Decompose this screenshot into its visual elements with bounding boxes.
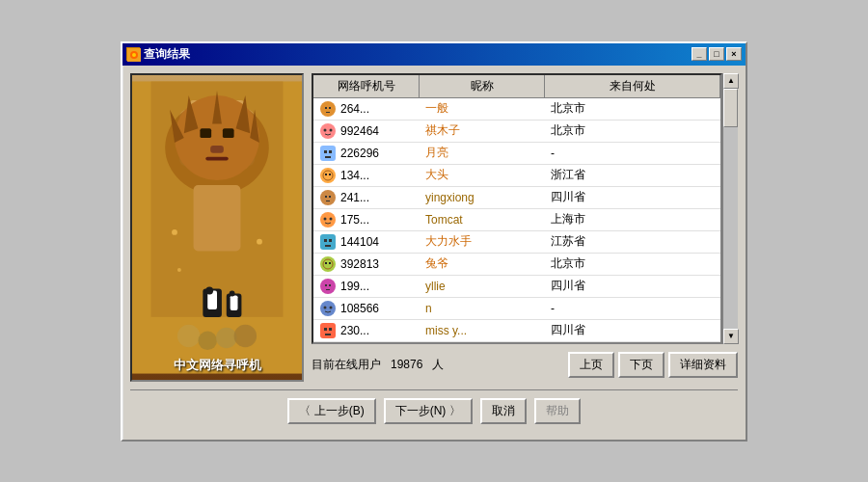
svg-rect-39 bbox=[320, 146, 336, 161]
maximize-button[interactable]: □ bbox=[709, 47, 724, 61]
minimize-button[interactable]: _ bbox=[692, 47, 707, 61]
cell-location: 北京市 bbox=[545, 254, 720, 274]
scrollbar-thumb[interactable] bbox=[723, 89, 738, 127]
svg-point-2 bbox=[132, 53, 136, 57]
cell-location: 江苏省 bbox=[545, 231, 720, 252]
cell-nickname: 兔爷 bbox=[420, 254, 545, 274]
svg-rect-45 bbox=[325, 174, 327, 175]
forward-button[interactable]: 下一步(N) 〉 bbox=[384, 398, 473, 424]
svg-rect-10 bbox=[223, 128, 234, 138]
scroll-up-button[interactable]: ▲ bbox=[723, 73, 739, 89]
scroll-down-button[interactable]: ▼ bbox=[723, 329, 739, 344]
avatar-icon bbox=[319, 211, 337, 228]
avatar-icon bbox=[319, 278, 337, 295]
prev-page-button[interactable]: 上页 bbox=[568, 352, 614, 378]
table-header: 网络呼机号 昵称 来自何处 bbox=[313, 75, 720, 98]
svg-rect-57 bbox=[325, 245, 331, 247]
table-row[interactable]: 241... yingxiong 四川省 bbox=[313, 187, 720, 209]
next-page-button[interactable]: 下页 bbox=[618, 352, 665, 378]
cell-nickname: 祺木子 bbox=[420, 120, 545, 141]
svg-point-31 bbox=[177, 268, 181, 272]
cell-location: 浙江省 bbox=[545, 165, 720, 185]
table-row[interactable]: 175... Tomcat 上海市 bbox=[313, 209, 720, 231]
table-body[interactable]: 264... 一般 北京市 992464 祺木子 北京市 226296 月亮 -… bbox=[313, 98, 720, 342]
cell-nickname: 月亮 bbox=[420, 143, 545, 163]
cell-id: 226296 bbox=[313, 143, 420, 164]
svg-point-51 bbox=[320, 212, 336, 228]
svg-rect-69 bbox=[320, 323, 336, 338]
svg-rect-42 bbox=[325, 156, 331, 158]
cell-location: - bbox=[545, 300, 720, 317]
table-row[interactable]: 992464 祺木子 北京市 bbox=[313, 120, 720, 143]
svg-point-53 bbox=[330, 217, 333, 220]
cell-nickname: miss y... bbox=[420, 322, 545, 339]
svg-point-32 bbox=[320, 101, 336, 117]
cell-nickname: 大头 bbox=[420, 165, 545, 185]
svg-point-52 bbox=[324, 217, 327, 220]
title-bar-left: 查询结果 bbox=[126, 46, 190, 63]
cell-nickname: yllie bbox=[420, 278, 545, 295]
cell-location: 四川省 bbox=[545, 320, 720, 340]
svg-point-67 bbox=[324, 306, 327, 308]
avatar-icon bbox=[319, 145, 337, 162]
scrollbar[interactable]: ▲ ▼ bbox=[722, 73, 738, 344]
cell-location: 四川省 bbox=[545, 187, 720, 207]
cell-id: 264... bbox=[313, 98, 420, 120]
svg-rect-65 bbox=[326, 289, 330, 290]
table-row[interactable]: 230... miss y... 四川省 bbox=[313, 320, 720, 342]
svg-rect-61 bbox=[329, 262, 331, 264]
col-header-id: 网络呼机号 bbox=[313, 75, 420, 97]
svg-rect-41 bbox=[329, 150, 332, 153]
col-header-location: 来自何处 bbox=[545, 75, 720, 97]
status-text: 目前在线用户 19876 人 bbox=[312, 357, 444, 373]
main-window: 查询结果 _ □ × bbox=[121, 41, 747, 442]
window-title: 查询结果 bbox=[144, 46, 190, 63]
cell-location: 北京市 bbox=[545, 120, 720, 141]
scrollbar-track[interactable] bbox=[723, 89, 738, 329]
svg-point-25 bbox=[177, 324, 200, 346]
table-row[interactable]: 108566 n - bbox=[313, 298, 720, 320]
right-panel: 网络呼机号 昵称 来自何处 264... 一般 北京市 992464 祺木子 北… bbox=[312, 73, 738, 382]
table-row[interactable]: 226296 月亮 - bbox=[313, 143, 720, 165]
avatar-icon bbox=[319, 122, 337, 140]
table-row[interactable]: 199... yllie 四川省 bbox=[313, 276, 720, 298]
cell-location: - bbox=[545, 145, 720, 162]
svg-rect-23 bbox=[231, 295, 238, 310]
svg-point-30 bbox=[257, 238, 262, 244]
svg-rect-33 bbox=[325, 107, 327, 109]
cell-location: 北京市 bbox=[545, 98, 720, 119]
table-row[interactable]: 392813 兔爷 北京市 bbox=[313, 254, 720, 276]
svg-rect-72 bbox=[325, 334, 331, 335]
cell-location: 上海市 bbox=[545, 209, 720, 229]
avatar-icon bbox=[319, 233, 337, 251]
svg-point-37 bbox=[324, 128, 327, 131]
left-panel-label: 中文网络寻呼机 bbox=[174, 357, 261, 374]
table-row[interactable]: 264... 一般 北京市 bbox=[313, 98, 720, 120]
content-area: 中文网络寻呼机 网络呼机号 昵称 来自何处 bbox=[130, 73, 738, 382]
avatar-icon bbox=[319, 255, 337, 273]
svg-point-36 bbox=[320, 123, 336, 139]
svg-point-26 bbox=[198, 331, 217, 350]
cancel-button[interactable]: 取消 bbox=[480, 398, 527, 424]
cell-nickname: yingxiong bbox=[420, 189, 545, 206]
table-row[interactable]: 134... 大头 浙江省 bbox=[313, 165, 720, 187]
svg-point-38 bbox=[330, 128, 333, 131]
svg-rect-40 bbox=[324, 150, 327, 153]
svg-point-28 bbox=[234, 324, 257, 346]
svg-rect-12 bbox=[205, 156, 228, 160]
svg-rect-49 bbox=[329, 196, 331, 198]
cell-id: 134... bbox=[313, 165, 420, 186]
svg-rect-11 bbox=[210, 145, 224, 152]
details-button[interactable]: 详细资料 bbox=[668, 352, 738, 378]
svg-rect-64 bbox=[329, 284, 331, 286]
back-button[interactable]: 〈 上一步(B) bbox=[287, 398, 375, 424]
table-container: 网络呼机号 昵称 来自何处 264... 一般 北京市 992464 祺木子 北… bbox=[312, 73, 722, 344]
col-header-nickname: 昵称 bbox=[420, 75, 545, 97]
pagination-buttons: 上页 下页 详细资料 bbox=[568, 352, 738, 378]
cell-id: 992464 bbox=[313, 120, 420, 142]
close-button[interactable]: × bbox=[726, 47, 742, 61]
table-row[interactable]: 144104 大力水手 江苏省 bbox=[313, 231, 720, 254]
status-bar: 目前在线用户 19876 人 上页 下页 详细资料 bbox=[312, 348, 738, 382]
svg-rect-55 bbox=[324, 239, 327, 242]
help-button[interactable]: 帮助 bbox=[534, 398, 581, 424]
